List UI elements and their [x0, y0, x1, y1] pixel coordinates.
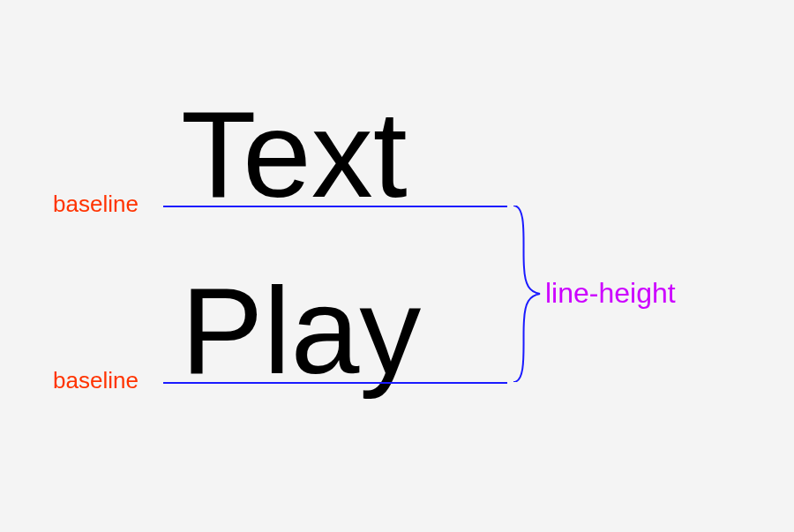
line-height-label: line-height: [545, 277, 676, 310]
line-height-diagram: Text Play baseline baseline line-height: [0, 0, 794, 532]
baseline-rule-top: [163, 206, 507, 207]
baseline-label-top: baseline: [53, 191, 139, 218]
baseline-label-bottom: baseline: [53, 367, 139, 394]
sample-word-top: Text: [181, 93, 408, 216]
brace-icon: [512, 206, 547, 382]
sample-word-bottom: Play: [181, 269, 421, 393]
baseline-rule-bottom: [163, 382, 507, 384]
